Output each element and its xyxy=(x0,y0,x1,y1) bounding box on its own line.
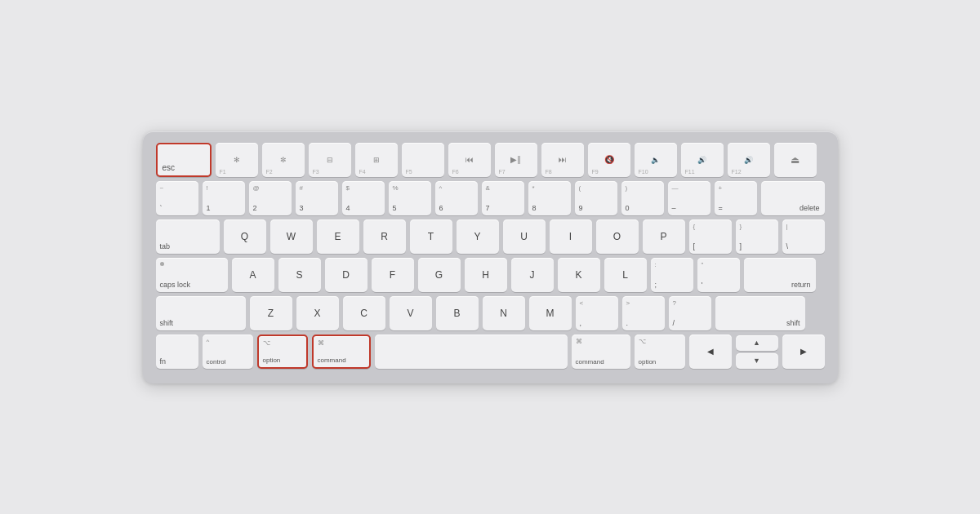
y-key[interactable]: Y xyxy=(457,219,499,254)
shift-left-label: shift xyxy=(160,319,174,327)
0-key[interactable]: ) 0 xyxy=(621,181,664,215)
f8-key[interactable]: ⏭ F8 xyxy=(541,143,584,177)
arrow-left-icon: ◀ xyxy=(707,347,714,356)
f12-key[interactable]: 🔊 F12 xyxy=(728,143,770,177)
control-key[interactable]: ^ control xyxy=(203,335,253,369)
backslash-key[interactable]: | \ xyxy=(782,219,825,254)
comma-label: , xyxy=(580,319,582,327)
semicolon-key[interactable]: : ; xyxy=(651,258,693,292)
eject-key[interactable]: ⏏ xyxy=(774,143,817,177)
command-right-key[interactable]: ⌘ command xyxy=(572,335,630,369)
2-key[interactable]: @ 2 xyxy=(249,181,292,215)
x-key[interactable]: X xyxy=(296,296,339,330)
r-key[interactable]: R xyxy=(363,219,406,254)
4-key[interactable]: $ 4 xyxy=(342,181,385,215)
f11-label: F11 xyxy=(685,169,695,175)
space-key[interactable] xyxy=(375,335,568,369)
9-key[interactable]: ( 9 xyxy=(575,181,617,215)
u-key[interactable]: U xyxy=(503,219,546,254)
k-key[interactable]: K xyxy=(558,258,600,292)
n-key[interactable]: N xyxy=(483,296,525,330)
option-right-key[interactable]: ⌥ option xyxy=(635,335,685,369)
f8-icon: ⏭ xyxy=(559,155,567,164)
caps-lock-key[interactable]: caps lock xyxy=(156,258,228,292)
z-key[interactable]: Z xyxy=(250,296,292,330)
minus-key[interactable]: — – xyxy=(668,181,710,215)
amp-label: & xyxy=(486,184,490,192)
shift-row: shift Z X C V B N M < , > . ? / shift xyxy=(156,296,825,330)
3-label: 3 xyxy=(300,204,304,212)
7-key[interactable]: & 7 xyxy=(482,181,524,215)
i-key[interactable]: I xyxy=(550,219,592,254)
semicolon-label: ; xyxy=(655,281,657,289)
keyboard: esc ✻ F1 ✼ F2 ⊟ F3 ⊞ F4 F5 ⏮ F6 ▶‖ F7 xyxy=(143,131,838,383)
c-key[interactable]: C xyxy=(343,296,385,330)
period-key[interactable]: > . xyxy=(622,296,665,330)
5-key[interactable]: % 5 xyxy=(389,181,431,215)
option-right-label: option xyxy=(639,358,657,366)
k-label: K xyxy=(575,269,581,281)
arrow-left-key[interactable]: ◀ xyxy=(689,335,732,369)
s-key[interactable]: S xyxy=(278,258,321,292)
esc-key[interactable]: esc xyxy=(156,143,212,177)
f4-key[interactable]: ⊞ F4 xyxy=(355,143,398,177)
bracket-open-key[interactable]: { [ xyxy=(689,219,732,254)
arrow-down-key[interactable]: ▼ xyxy=(736,353,778,369)
d-key[interactable]: D xyxy=(325,258,368,292)
command-left-key[interactable]: ⌘ command xyxy=(312,335,371,369)
3-key[interactable]: # 3 xyxy=(296,181,338,215)
f7-key[interactable]: ▶‖ F7 xyxy=(495,143,537,177)
f10-key[interactable]: 🔈 F10 xyxy=(635,143,677,177)
arrow-up-key[interactable]: ▲ xyxy=(736,335,778,351)
return-key[interactable]: return xyxy=(744,258,816,292)
backtick-key[interactable]: ~ ` xyxy=(156,181,198,215)
g-key[interactable]: G xyxy=(418,258,461,292)
bracket-close-key[interactable]: } ] xyxy=(736,219,778,254)
6-key[interactable]: ^ 6 xyxy=(435,181,478,215)
8-key[interactable]: * 8 xyxy=(528,181,571,215)
p-key[interactable]: P xyxy=(643,219,685,254)
shift-left-key[interactable]: shift xyxy=(156,296,246,330)
shift-right-key[interactable]: shift xyxy=(715,296,805,330)
j-key[interactable]: J xyxy=(511,258,554,292)
f9-key[interactable]: 🔇 F9 xyxy=(588,143,630,177)
pipe-label: | xyxy=(786,223,788,230)
number-row: ~ ` ! 1 @ 2 # 3 $ 4 % 5 ^ 6 & 7 xyxy=(156,181,825,215)
f-key[interactable]: F xyxy=(372,258,414,292)
comma-key[interactable]: < , xyxy=(576,296,618,330)
v-key[interactable]: V xyxy=(390,296,432,330)
slash-key[interactable]: ? / xyxy=(669,296,711,330)
m-key[interactable]: M xyxy=(529,296,572,330)
fn-label: fn xyxy=(160,357,167,366)
f5-key[interactable]: F5 xyxy=(402,143,444,177)
quote-key[interactable]: " ' xyxy=(697,258,740,292)
bracket-close-label: ] xyxy=(740,242,742,250)
q-key[interactable]: Q xyxy=(224,219,266,254)
command-right-symbol: ⌘ xyxy=(576,338,582,345)
tab-key[interactable]: tab xyxy=(156,219,220,254)
a-key[interactable]: A xyxy=(232,258,274,292)
t-key[interactable]: T xyxy=(410,219,452,254)
1-key[interactable]: ! 1 xyxy=(203,181,245,215)
fn-key[interactable]: fn xyxy=(156,335,198,369)
f11-key[interactable]: 🔊 F11 xyxy=(681,143,724,177)
f2-key[interactable]: ✼ F2 xyxy=(262,143,305,177)
equals-key[interactable]: + = xyxy=(715,181,757,215)
m-label: M xyxy=(546,308,555,319)
control-symbol: ^ xyxy=(207,338,210,345)
b-key[interactable]: B xyxy=(436,296,479,330)
f1-key[interactable]: ✻ F1 xyxy=(216,143,258,177)
option-left-key[interactable]: ⌥ option xyxy=(257,335,308,369)
w-label: W xyxy=(287,231,296,242)
1-label: 1 xyxy=(207,204,211,212)
f6-key[interactable]: ⏮ F6 xyxy=(448,143,491,177)
delete-key[interactable]: delete xyxy=(761,181,825,215)
e-key[interactable]: E xyxy=(317,219,359,254)
o-key[interactable]: O xyxy=(596,219,639,254)
w-key[interactable]: W xyxy=(270,219,313,254)
command-right-label: command xyxy=(576,358,604,366)
l-key[interactable]: L xyxy=(604,258,647,292)
arrow-right-key[interactable]: ▶ xyxy=(782,335,825,369)
h-key[interactable]: H xyxy=(465,258,507,292)
f3-key[interactable]: ⊟ F3 xyxy=(309,143,351,177)
